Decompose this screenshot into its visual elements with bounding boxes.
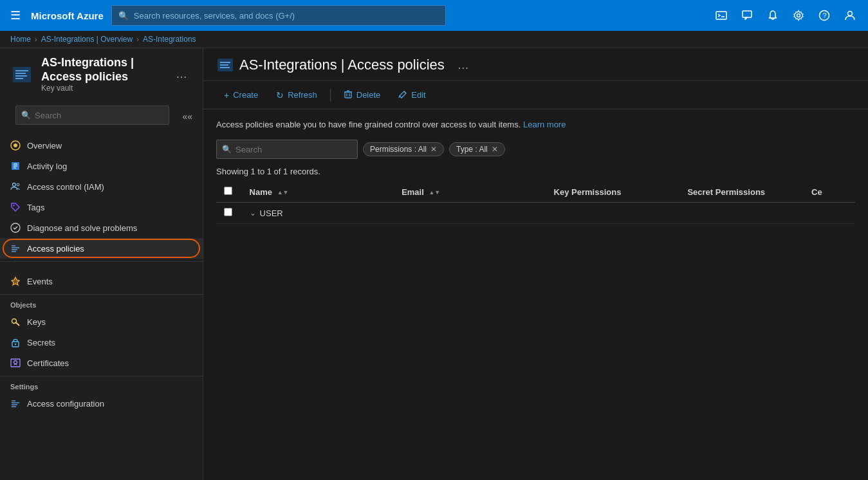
search-icon: 🔍 <box>118 11 129 21</box>
breadcrumb-current[interactable]: AS-Integrations <box>143 35 196 44</box>
hamburger-icon[interactable]: ☰ <box>8 6 23 25</box>
table-header-secret-permissions: Secret Permissions <box>679 181 804 203</box>
table-header-checkbox[interactable] <box>216 181 242 203</box>
create-button[interactable]: + Create <box>216 87 266 104</box>
table-header-key-permissions: Key Permissions <box>546 181 680 203</box>
events-icon <box>10 276 21 286</box>
delete-button[interactable]: Delete <box>336 86 389 104</box>
svg-text:?: ? <box>823 12 827 19</box>
sidebar-item-certificates[interactable]: Certificates <box>0 353 203 373</box>
bell-icon[interactable] <box>762 5 783 26</box>
table-header-name[interactable]: Name ▲▼ <box>242 181 394 203</box>
table-header-email[interactable]: Email ▲▼ <box>394 181 546 203</box>
breadcrumb-integrations-overview[interactable]: AS-Integrations | Overview <box>41 35 133 44</box>
row-checkbox[interactable] <box>224 208 232 216</box>
sidebar-item-tags[interactable]: Tags <box>0 197 203 217</box>
filter-search[interactable]: 🔍 <box>216 140 358 159</box>
user-icon[interactable] <box>840 5 860 26</box>
sidebar-item-access-policies[interactable]: Access policies <box>0 238 203 259</box>
svg-point-18 <box>13 183 16 187</box>
edit-button[interactable]: Edit <box>391 86 433 104</box>
email-sort-icon[interactable]: ▲▼ <box>429 190 440 196</box>
page-header-more-icon[interactable]: … <box>452 57 474 73</box>
sidebar-item-access-policies-label: Access policies <box>27 244 84 254</box>
sidebar-item-keys-label: Keys <box>27 317 46 327</box>
filter-permissions-clear[interactable]: ✕ <box>430 145 437 154</box>
sidebar-item-diagnose[interactable]: Diagnose and solve problems <box>0 217 203 238</box>
sidebar-collapse-btn[interactable]: «« <box>180 109 195 124</box>
sidebar-section-events <box>0 261 203 271</box>
toolbar: + Create ↻ Refresh Delete Edit <box>203 81 868 109</box>
breadcrumb-home[interactable]: Home <box>10 35 31 44</box>
svg-line-30 <box>18 324 19 325</box>
certificates-icon <box>10 358 21 368</box>
svg-point-6 <box>848 12 853 16</box>
svg-point-13 <box>14 143 17 147</box>
terminal-icon[interactable] <box>711 5 732 26</box>
sidebar-item-certificates-label: Certificates <box>27 358 69 368</box>
content-body: Access policies enable you to have fine … <box>203 109 868 480</box>
access-config-icon <box>10 398 21 409</box>
select-all-checkbox[interactable] <box>224 187 232 195</box>
name-sort-icon[interactable]: ▲▼ <box>277 190 289 196</box>
keys-icon <box>10 317 21 327</box>
row-checkbox-cell[interactable] <box>216 203 242 224</box>
sidebar-item-keys[interactable]: Keys <box>0 311 203 332</box>
svg-rect-45 <box>345 92 351 98</box>
sidebar-item-secrets[interactable]: Secrets <box>0 332 203 353</box>
filter-search-input[interactable] <box>235 145 352 154</box>
sidebar-item-events[interactable]: Events <box>0 271 203 291</box>
svg-line-35 <box>14 364 15 365</box>
filter-search-icon: 🔍 <box>222 145 232 154</box>
filter-type-clear[interactable]: ✕ <box>492 145 498 154</box>
sidebar-search-input[interactable] <box>35 111 163 120</box>
global-search-input[interactable] <box>134 11 439 21</box>
topbar: ☰ Microsoft Azure 🔍 ? <box>0 0 868 31</box>
svg-point-19 <box>17 183 19 186</box>
expand-icon[interactable]: ⌄ <box>250 208 256 217</box>
create-icon: + <box>224 90 229 100</box>
sidebar-search[interactable]: 🔍 <box>15 106 169 125</box>
access-policies-icon <box>10 243 21 254</box>
feedback-icon[interactable] <box>737 5 757 26</box>
access-control-icon <box>10 181 21 192</box>
settings-icon[interactable] <box>788 5 809 26</box>
content-area: AS-Integrations | Access policies … + Cr… <box>203 48 868 480</box>
access-policies-table: Name ▲▼ Email ▲▼ Key Permissions <box>216 181 855 224</box>
sidebar-section-objects: Objects <box>0 294 203 311</box>
toolbar-divider <box>330 89 331 102</box>
sidebar-item-overview[interactable]: Overview <box>0 135 203 156</box>
learn-more-link[interactable]: Learn more <box>523 120 566 129</box>
global-search[interactable]: 🔍 <box>111 5 446 26</box>
help-icon[interactable]: ? <box>814 5 835 26</box>
sidebar-nav: Overview Activity log Access control (IA… <box>0 135 203 480</box>
svg-point-32 <box>15 344 16 345</box>
records-count: Showing 1 to 1 of 1 records. <box>216 167 855 176</box>
breadcrumb-sep-1: › <box>35 35 37 43</box>
sidebar-title-block: AS-Integrations | Access policies Key va… <box>41 56 163 93</box>
sidebar-item-access-config-label: Access configuration <box>27 399 104 409</box>
sidebar-keyvault-icon <box>10 63 33 86</box>
svg-line-51 <box>399 96 400 98</box>
sidebar-more-icon[interactable]: … <box>171 65 192 84</box>
filter-permissions-badge[interactable]: Permissions : All ✕ <box>363 142 444 156</box>
sidebar-item-access-config[interactable]: Access configuration <box>0 393 203 414</box>
sidebar-item-overview-label: Overview <box>27 141 62 151</box>
overview-icon <box>10 140 21 151</box>
sidebar-header: AS-Integrations | Access policies Key va… <box>0 48 203 100</box>
svg-line-36 <box>15 364 17 365</box>
svg-line-50 <box>404 91 406 93</box>
row-expand[interactable]: ⌄ USER <box>250 208 387 218</box>
page-header-icon <box>216 56 234 74</box>
sidebar-section-settings: Settings <box>0 376 203 393</box>
row-key-perm-cell <box>546 203 680 224</box>
refresh-button[interactable]: ↻ Refresh <box>268 87 325 104</box>
sidebar-item-access-control[interactable]: Access control (IAM) <box>0 176 203 197</box>
svg-rect-2 <box>743 11 752 17</box>
topbar-icons: ? <box>711 5 860 26</box>
sidebar-item-activity-log[interactable]: Activity log <box>0 156 203 176</box>
svg-point-34 <box>14 361 17 364</box>
row-email-cell <box>394 203 546 224</box>
row-name: USER <box>260 208 283 218</box>
filter-type-badge[interactable]: Type : All ✕ <box>449 142 505 156</box>
